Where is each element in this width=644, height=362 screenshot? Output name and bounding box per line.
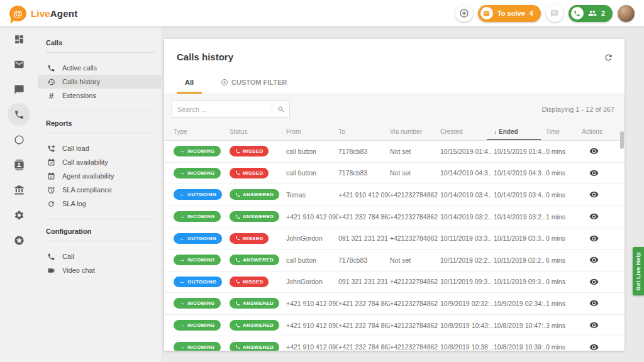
rail-item-dashboard[interactable]: [0, 26, 38, 52]
calls-status-button[interactable]: 2: [569, 5, 613, 22]
search-input[interactable]: [172, 101, 272, 117]
call-row[interactable]: →INCOMINGMISSEDcall button7178cb83Not se…: [164, 141, 625, 163]
call-row[interactable]: →INCOMINGANSWERED+421 910 412 090+421 23…: [164, 336, 625, 351]
liveagent-logo[interactable]: @ LiveAgent: [9, 6, 77, 21]
call-status-badge: MISSED: [230, 146, 269, 156]
column-header-from[interactable]: From: [286, 123, 338, 140]
topbar-actions: To solve 4 2: [455, 4, 635, 22]
videocam-icon: [47, 266, 55, 275]
chat-toggle-button[interactable]: [546, 4, 564, 22]
column-header-to[interactable]: To: [338, 123, 390, 140]
tab-all[interactable]: All: [177, 74, 202, 94]
column-header-ended[interactable]: ↓Ended: [494, 123, 546, 140]
cell-from: call button: [286, 169, 338, 177]
eye-icon: [589, 255, 599, 265]
add-circle-icon: [221, 79, 228, 86]
cell-to: +421 232 784 862: [338, 322, 390, 329]
cell-from: Tomas: [286, 191, 338, 199]
column-header-via-number[interactable]: Via number: [390, 123, 440, 140]
sidebar-item-agent-availability[interactable]: Agent availability: [38, 169, 161, 183]
cell-type: →INCOMING: [174, 211, 230, 222]
search-button[interactable]: [272, 101, 289, 117]
cell-created: 10/11/2019 09:3..: [440, 278, 494, 285]
sidebar-item-extensions[interactable]: #Extensions: [38, 89, 161, 102]
sidebar-item-call-load[interactable]: Call load: [38, 141, 161, 155]
column-header-status[interactable]: Status: [230, 123, 286, 140]
to-solve-button[interactable]: To solve 4: [478, 5, 541, 22]
call-row[interactable]: →INCOMINGANSWERED+421 910 412 090+421 23…: [164, 315, 625, 337]
cell-actions: [582, 145, 625, 157]
online-visitors-icon: [14, 134, 25, 145]
cell-status: ANSWERED: [230, 211, 286, 222]
refresh-button[interactable]: [602, 52, 614, 63]
cell-actions: [582, 189, 625, 200]
calls-sidebar: CallsActive callsCalls history#Extension…: [38, 26, 161, 362]
view-call-button[interactable]: [588, 297, 600, 309]
app-rail: [0, 26, 38, 362]
rail-item-online-visitors[interactable]: [0, 127, 38, 152]
to-solve-count: 4: [530, 9, 533, 17]
sidebar-item-sla-compliance[interactable]: SLA compliance: [38, 183, 161, 197]
table-scrollbar[interactable]: [620, 131, 624, 149]
rail-item-calls[interactable]: [0, 102, 38, 127]
rail-item-contacts[interactable]: [0, 152, 38, 177]
cell-created: 10/9/2019 02:32:..: [440, 300, 494, 307]
cell-created: 10/14/2019 03:4..: [440, 191, 494, 199]
cell-time: 0 mins: [546, 343, 582, 351]
cell-type: →INCOMING: [174, 342, 230, 351]
call-type-badge: →INCOMING: [174, 168, 221, 178]
sidebar-item-calls-history[interactable]: Calls history: [38, 75, 161, 89]
phone-forwarded-icon: [47, 145, 55, 153]
sidebar-item-call-availability[interactable]: Call availability: [38, 155, 161, 169]
call-row[interactable]: →INCOMINGANSWEREDcall button7178cb83Not …: [164, 250, 625, 272]
cell-type: ←OUTGOING: [174, 233, 230, 244]
call-row[interactable]: →INCOMINGANSWERED+421 910 412 090+421 23…: [164, 206, 625, 228]
add-button[interactable]: [455, 4, 473, 22]
column-header-created[interactable]: Created: [440, 123, 494, 140]
call-type-badge: →INCOMING: [174, 146, 221, 156]
call-row[interactable]: →INCOMINGANSWERED+421 910 412 090+421 23…: [164, 293, 625, 315]
view-call-button[interactable]: [588, 145, 600, 157]
cell-from: JohnGordon: [286, 278, 338, 285]
cell-time: 0 mins: [546, 191, 582, 199]
cell-from: call button: [286, 256, 338, 264]
call-row[interactable]: ←OUTGOINGMISSEDJohnGordon091 321 231 231…: [164, 272, 625, 293]
logo-bubble-icon: @: [9, 6, 26, 21]
sidebar-item-active-calls[interactable]: Active calls: [38, 61, 161, 75]
call-row[interactable]: ←OUTGOINGMISSEDJohnGordon091 321 231 231…: [164, 228, 625, 250]
view-call-button[interactable]: [588, 341, 600, 351]
column-header-actions[interactable]: Actions: [582, 123, 625, 140]
eye-icon: [589, 277, 599, 287]
column-header-type[interactable]: Type: [174, 123, 230, 140]
cell-status: ANSWERED: [230, 189, 286, 200]
column-header-time[interactable]: Time: [546, 123, 582, 140]
view-call-button[interactable]: [588, 167, 600, 179]
user-avatar[interactable]: [618, 5, 635, 22]
call-row[interactable]: →INCOMINGMISSEDcall button7178cb83Not se…: [164, 163, 625, 185]
cell-ended: 10/14/2019 03:4..: [494, 191, 546, 199]
chats-icon: [14, 84, 25, 95]
direction-arrow-icon: →: [179, 170, 185, 176]
phone-icon: [235, 192, 240, 197]
rail-item-gamification[interactable]: [0, 228, 38, 253]
view-call-button[interactable]: [588, 254, 600, 266]
rail-item-settings[interactable]: [0, 202, 38, 228]
sidebar-item-video-chat[interactable]: Video chat: [38, 263, 161, 277]
tab-custom-filter[interactable]: CUSTOM FILTER: [217, 74, 291, 94]
rail-item-tickets[interactable]: [0, 52, 38, 77]
call-row[interactable]: ←OUTGOINGANSWEREDTomas+421 910 412 090+4…: [164, 184, 625, 206]
phone-icon: [235, 323, 240, 328]
rail-item-chats[interactable]: [0, 77, 38, 102]
calls-icon: [14, 109, 25, 120]
call-status-badge: MISSED: [230, 233, 269, 244]
get-live-help-button[interactable]: Get Live Help: [633, 247, 644, 295]
to-solve-label: To solve: [497, 9, 525, 17]
sidebar-item-sla-log[interactable]: SLA log: [38, 197, 161, 211]
view-call-button[interactable]: [588, 319, 600, 331]
view-call-button[interactable]: [588, 276, 600, 288]
view-call-button[interactable]: [588, 189, 600, 200]
view-call-button[interactable]: [588, 233, 600, 244]
rail-item-portal[interactable]: [0, 177, 38, 202]
view-call-button[interactable]: [588, 211, 600, 222]
sidebar-item-call-config[interactable]: Call: [38, 250, 161, 263]
